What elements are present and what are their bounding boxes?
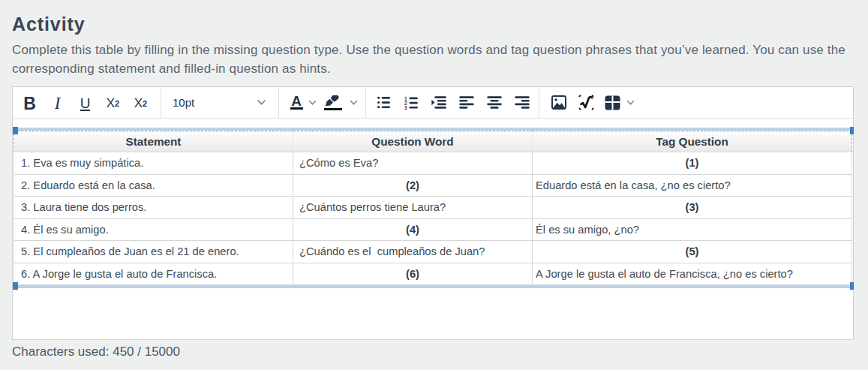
svg-text:3: 3 bbox=[404, 105, 407, 110]
